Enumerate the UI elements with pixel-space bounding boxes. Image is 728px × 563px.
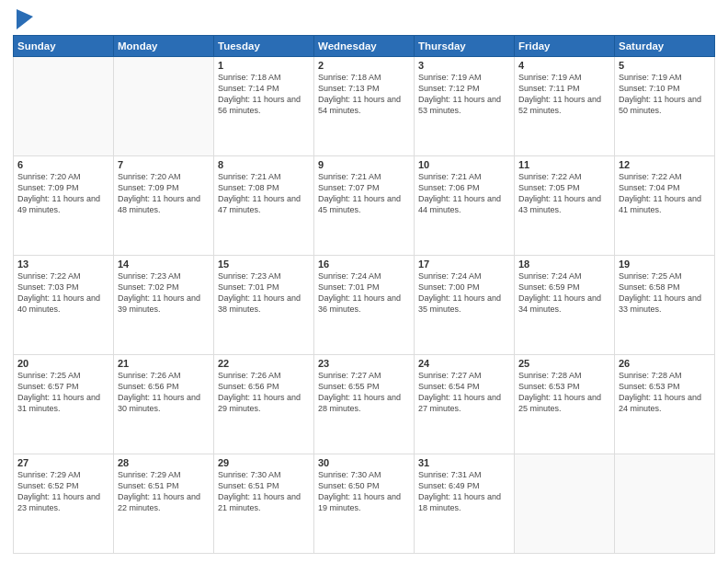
- col-header-monday: Monday: [114, 36, 214, 57]
- day-number: 30: [318, 457, 410, 468]
- day-info: Sunrise: 7:23 AMSunset: 7:01 PMDaylight:…: [218, 270, 310, 316]
- calendar-cell: 6Sunrise: 7:20 AMSunset: 7:09 PMDaylight…: [14, 156, 114, 256]
- day-info: Sunrise: 7:22 AMSunset: 7:04 PMDaylight:…: [619, 171, 711, 216]
- day-number: 14: [118, 259, 210, 270]
- calendar-cell: 4Sunrise: 7:19 AMSunset: 7:11 PMDaylight…: [515, 57, 615, 156]
- day-info: Sunrise: 7:21 AMSunset: 7:07 PMDaylight:…: [318, 171, 410, 216]
- calendar-cell: 22Sunrise: 7:26 AMSunset: 6:56 PMDayligh…: [214, 355, 314, 454]
- col-header-saturday: Saturday: [615, 36, 715, 57]
- day-number: 22: [218, 358, 310, 369]
- day-number: 31: [418, 457, 510, 468]
- day-info: Sunrise: 7:31 AMSunset: 6:49 PMDaylight:…: [418, 469, 510, 514]
- calendar-cell: [515, 454, 615, 554]
- day-number: 4: [518, 60, 610, 71]
- day-info: Sunrise: 7:25 AMSunset: 6:57 PMDaylight:…: [17, 370, 109, 415]
- day-number: 12: [619, 159, 711, 170]
- calendar-cell: 12Sunrise: 7:22 AMSunset: 7:04 PMDayligh…: [615, 156, 715, 256]
- col-header-wednesday: Wednesday: [314, 36, 415, 57]
- day-info: Sunrise: 7:20 AMSunset: 7:09 PMDaylight:…: [118, 171, 210, 216]
- logo: [13, 9, 33, 29]
- day-number: 18: [518, 259, 610, 270]
- day-number: 1: [218, 60, 310, 71]
- calendar-cell: [615, 454, 715, 554]
- day-number: 20: [17, 358, 109, 369]
- calendar-cell: 23Sunrise: 7:27 AMSunset: 6:55 PMDayligh…: [314, 355, 415, 454]
- day-info: Sunrise: 7:30 AMSunset: 6:51 PMDaylight:…: [218, 469, 310, 514]
- calendar-header-row: SundayMondayTuesdayWednesdayThursdayFrid…: [14, 36, 715, 57]
- day-info: Sunrise: 7:24 AMSunset: 6:59 PMDaylight:…: [518, 270, 610, 316]
- col-header-sunday: Sunday: [14, 36, 114, 57]
- day-info: Sunrise: 7:18 AMSunset: 7:14 PMDaylight:…: [218, 72, 310, 117]
- day-number: 26: [619, 358, 711, 369]
- calendar-cell: 5Sunrise: 7:19 AMSunset: 7:10 PMDaylight…: [615, 57, 715, 156]
- calendar-cell: 14Sunrise: 7:23 AMSunset: 7:02 PMDayligh…: [114, 256, 214, 355]
- calendar-cell: 11Sunrise: 7:22 AMSunset: 7:05 PMDayligh…: [515, 156, 615, 256]
- col-header-tuesday: Tuesday: [214, 36, 314, 57]
- day-info: Sunrise: 7:29 AMSunset: 6:51 PMDaylight:…: [118, 469, 210, 514]
- day-number: 27: [17, 457, 109, 468]
- day-number: 16: [318, 259, 410, 270]
- day-info: Sunrise: 7:22 AMSunset: 7:03 PMDaylight:…: [17, 270, 109, 316]
- calendar-cell: 31Sunrise: 7:31 AMSunset: 6:49 PMDayligh…: [415, 454, 515, 554]
- day-number: 2: [318, 60, 410, 71]
- day-number: 25: [518, 358, 610, 369]
- day-number: 17: [418, 259, 510, 270]
- calendar-cell: 15Sunrise: 7:23 AMSunset: 7:01 PMDayligh…: [214, 256, 314, 355]
- day-number: 8: [218, 159, 310, 170]
- svg-marker-0: [17, 9, 33, 29]
- calendar-week-1: 6Sunrise: 7:20 AMSunset: 7:09 PMDaylight…: [14, 156, 715, 256]
- page: SundayMondayTuesdayWednesdayThursdayFrid…: [0, 0, 728, 563]
- calendar-cell: 20Sunrise: 7:25 AMSunset: 6:57 PMDayligh…: [14, 355, 114, 454]
- logo-icon: [17, 9, 33, 29]
- day-info: Sunrise: 7:20 AMSunset: 7:09 PMDaylight:…: [17, 171, 109, 216]
- day-info: Sunrise: 7:18 AMSunset: 7:13 PMDaylight:…: [318, 72, 410, 117]
- calendar-cell: 2Sunrise: 7:18 AMSunset: 7:13 PMDaylight…: [314, 57, 415, 156]
- day-info: Sunrise: 7:19 AMSunset: 7:11 PMDaylight:…: [518, 72, 610, 117]
- day-number: 3: [418, 60, 510, 71]
- day-info: Sunrise: 7:29 AMSunset: 6:52 PMDaylight:…: [17, 469, 109, 514]
- calendar-cell: 18Sunrise: 7:24 AMSunset: 6:59 PMDayligh…: [515, 256, 615, 355]
- day-info: Sunrise: 7:23 AMSunset: 7:02 PMDaylight:…: [118, 270, 210, 316]
- day-number: 10: [418, 159, 510, 170]
- calendar-cell: 30Sunrise: 7:30 AMSunset: 6:50 PMDayligh…: [314, 454, 415, 554]
- day-number: 28: [118, 457, 210, 468]
- day-number: 24: [418, 358, 510, 369]
- calendar-cell: [14, 57, 114, 156]
- calendar-cell: 29Sunrise: 7:30 AMSunset: 6:51 PMDayligh…: [214, 454, 314, 554]
- calendar-week-4: 27Sunrise: 7:29 AMSunset: 6:52 PMDayligh…: [14, 454, 715, 554]
- day-info: Sunrise: 7:30 AMSunset: 6:50 PMDaylight:…: [318, 469, 410, 514]
- calendar-cell: 26Sunrise: 7:28 AMSunset: 6:53 PMDayligh…: [615, 355, 715, 454]
- day-number: 15: [218, 259, 310, 270]
- day-info: Sunrise: 7:26 AMSunset: 6:56 PMDaylight:…: [118, 370, 210, 415]
- day-info: Sunrise: 7:27 AMSunset: 6:54 PMDaylight:…: [418, 370, 510, 415]
- day-info: Sunrise: 7:28 AMSunset: 6:53 PMDaylight:…: [518, 370, 610, 415]
- day-info: Sunrise: 7:25 AMSunset: 6:58 PMDaylight:…: [619, 270, 711, 316]
- day-number: 5: [619, 60, 711, 71]
- calendar-cell: 3Sunrise: 7:19 AMSunset: 7:12 PMDaylight…: [415, 57, 515, 156]
- calendar-cell: 21Sunrise: 7:26 AMSunset: 6:56 PMDayligh…: [114, 355, 214, 454]
- calendar-cell: 17Sunrise: 7:24 AMSunset: 7:00 PMDayligh…: [415, 256, 515, 355]
- calendar-cell: 28Sunrise: 7:29 AMSunset: 6:51 PMDayligh…: [114, 454, 214, 554]
- calendar-cell: 7Sunrise: 7:20 AMSunset: 7:09 PMDaylight…: [114, 156, 214, 256]
- day-number: 23: [318, 358, 410, 369]
- calendar-cell: [114, 57, 214, 156]
- calendar-cell: 8Sunrise: 7:21 AMSunset: 7:08 PMDaylight…: [214, 156, 314, 256]
- col-header-friday: Friday: [515, 36, 615, 57]
- day-info: Sunrise: 7:26 AMSunset: 6:56 PMDaylight:…: [218, 370, 310, 415]
- calendar-cell: 10Sunrise: 7:21 AMSunset: 7:06 PMDayligh…: [415, 156, 515, 256]
- day-info: Sunrise: 7:19 AMSunset: 7:12 PMDaylight:…: [418, 72, 510, 117]
- day-number: 29: [218, 457, 310, 468]
- calendar-cell: 25Sunrise: 7:28 AMSunset: 6:53 PMDayligh…: [515, 355, 615, 454]
- day-number: 9: [318, 159, 410, 170]
- day-info: Sunrise: 7:19 AMSunset: 7:10 PMDaylight:…: [619, 72, 711, 117]
- day-number: 7: [118, 159, 210, 170]
- day-info: Sunrise: 7:27 AMSunset: 6:55 PMDaylight:…: [318, 370, 410, 415]
- calendar-week-0: 1Sunrise: 7:18 AMSunset: 7:14 PMDaylight…: [14, 57, 715, 156]
- day-number: 11: [518, 159, 610, 170]
- col-header-thursday: Thursday: [415, 36, 515, 57]
- day-number: 19: [619, 259, 711, 270]
- calendar-cell: 9Sunrise: 7:21 AMSunset: 7:07 PMDaylight…: [314, 156, 415, 256]
- day-info: Sunrise: 7:22 AMSunset: 7:05 PMDaylight:…: [518, 171, 610, 216]
- day-number: 13: [17, 259, 109, 270]
- calendar-cell: 19Sunrise: 7:25 AMSunset: 6:58 PMDayligh…: [615, 256, 715, 355]
